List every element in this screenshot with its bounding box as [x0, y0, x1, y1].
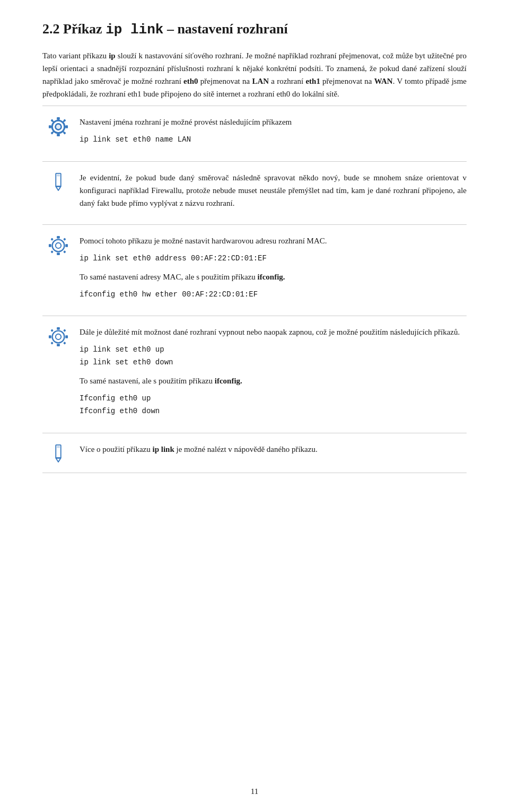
heading-command: ip link: [106, 22, 163, 38]
gear-icon-3: [48, 327, 68, 347]
svg-rect-22: [57, 174, 60, 177]
svg-rect-37: [57, 327, 60, 330]
svg-marker-23: [56, 186, 60, 190]
block3-middle-text: To samé nastavení adresy MAC, ale s použ…: [80, 270, 467, 283]
svg-rect-34: [63, 250, 66, 253]
page: 2.2 Příkaz ip link – nastavení rozhraní …: [0, 0, 509, 812]
icon-col-1: [42, 116, 74, 137]
block3-content: Pomocí tohoto příkazu je možné nastavit …: [74, 234, 467, 307]
svg-rect-11: [57, 134, 60, 136]
svg-point-26: [56, 243, 61, 248]
block4-content: Dále je důležité mít možnost dané rozhra…: [74, 326, 467, 423]
svg-rect-46: [57, 446, 60, 448]
heading-suffix: – nastavení rozhraní: [163, 21, 287, 37]
svg-rect-13: [65, 125, 68, 128]
svg-rect-27: [57, 236, 60, 239]
svg-rect-31: [50, 238, 53, 240]
icon-col-2: [42, 171, 74, 191]
svg-rect-39: [49, 336, 51, 339]
svg-rect-32: [63, 238, 66, 240]
block-note-rename: Je evidentní, že pokud bude daný směrova…: [42, 161, 467, 224]
block4-code2: Ifconfig eth0 upIfconfig eth0 down: [80, 392, 467, 418]
icon-col-3: [42, 234, 74, 256]
block3-text: Pomocí tohoto příkazu je možné nastavit …: [80, 234, 467, 247]
icon-col-5: [42, 443, 74, 463]
block1-code: ip link set eth0 name LAN: [80, 134, 467, 146]
heading-prefix: 2.2 Příkaz: [42, 21, 106, 37]
page-number: 11: [42, 787, 467, 796]
block-up-down: Dále je důležité mít možnost dané rozhra…: [42, 316, 467, 432]
block-name-setting: Nastavení jména rozhraní je možné provés…: [42, 106, 467, 161]
intro-para: Tato variant příkazu ip slouží k nastavo…: [42, 49, 467, 100]
block2-content: Je evidentní, že pokud bude daný směrova…: [74, 171, 467, 215]
block5-content: Více o použití příkazu ip link je možné …: [74, 443, 467, 461]
svg-rect-12: [49, 125, 51, 128]
block2-text: Je evidentní, že pokud bude daný směrova…: [80, 171, 467, 209]
gear-icon-2: [48, 235, 68, 256]
svg-rect-43: [50, 342, 53, 345]
page-title: 2.2 Příkaz ip link – nastavení rozhraní: [42, 21, 467, 38]
block4-middle-text: To samé nastavení, ale s použitím příkaz…: [80, 374, 467, 387]
block-mac-address: Pomocí tohoto příkazu je možné nastavit …: [42, 224, 467, 316]
block-more-info: Více o použití příkazu ip link je možné …: [42, 433, 467, 473]
icon-col-4: [42, 326, 74, 347]
svg-rect-44: [63, 342, 66, 345]
block4-text: Dále je důležité mít možnost dané rozhra…: [80, 326, 467, 338]
svg-rect-30: [65, 244, 68, 247]
svg-rect-10: [57, 117, 60, 120]
svg-rect-28: [57, 252, 60, 255]
block5-text: Více o použití příkazu ip link je možné …: [80, 443, 467, 456]
pencil-icon: [50, 172, 66, 191]
gear-icon: [48, 117, 68, 137]
svg-rect-40: [65, 336, 68, 339]
svg-point-25: [52, 239, 65, 251]
block1-text: Nastavení jména rozhraní je možné provés…: [80, 116, 467, 128]
svg-marker-47: [56, 458, 60, 462]
svg-point-35: [52, 331, 65, 343]
svg-rect-29: [49, 244, 51, 247]
block4-code1: ip link set eth0 upip link set eth0 down: [80, 344, 467, 369]
block1-content: Nastavení jména rozhraní je možné provés…: [74, 116, 467, 152]
pencil-icon-2: [50, 444, 66, 463]
svg-rect-33: [50, 250, 53, 253]
svg-point-36: [56, 334, 61, 339]
intro-section: Tato variant příkazu ip slouží k nastavo…: [42, 49, 467, 100]
block3-code2: ifconfig eth0 hw ether 00:AF:22:CD:01:EF: [80, 289, 467, 301]
svg-rect-38: [57, 344, 60, 347]
block3-code1: ip link set eth0 address 00:AF:22:CD:01:…: [80, 252, 467, 265]
svg-rect-41: [50, 329, 53, 332]
svg-rect-42: [63, 329, 66, 332]
